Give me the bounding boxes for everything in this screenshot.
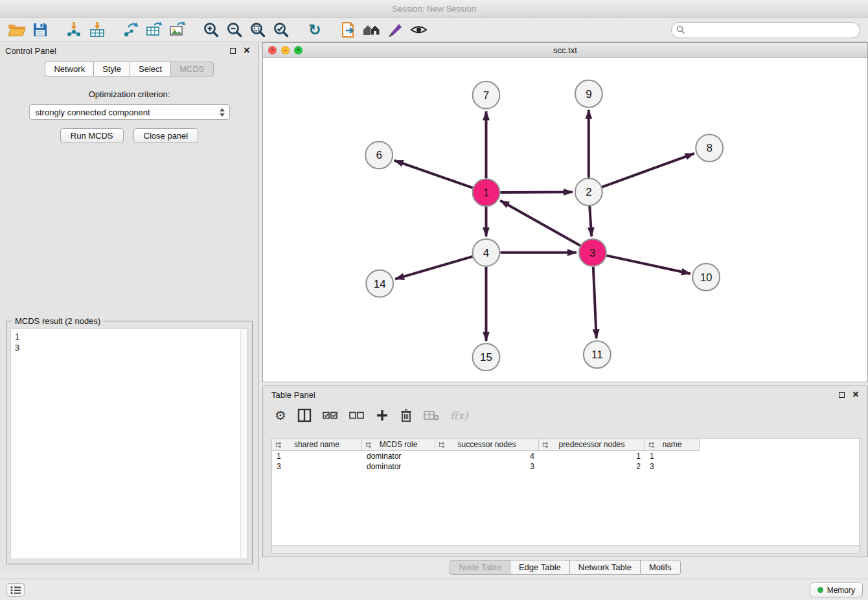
edge-3-1[interactable] <box>500 200 580 246</box>
import-network-icon[interactable] <box>62 19 86 40</box>
node-2[interactable]: 2 <box>575 178 602 205</box>
add-row-icon[interactable] <box>376 409 389 422</box>
column-header-mcds-role[interactable]: MCDS role <box>362 439 435 451</box>
import-table-icon[interactable] <box>86 19 109 40</box>
cell-name[interactable]: 3 <box>645 461 700 472</box>
svg-text:8: 8 <box>706 142 712 154</box>
sort-tree-icon <box>542 441 549 448</box>
minimize-window-icon[interactable]: – <box>281 46 290 54</box>
memory-button-label: Memory <box>827 586 855 595</box>
node-1[interactable]: 1 <box>473 179 500 206</box>
cell-predecessor-nodes[interactable]: 1 <box>539 451 645 461</box>
node-9[interactable]: 9 <box>575 80 602 108</box>
tab-select[interactable]: Select <box>130 62 171 76</box>
node-6[interactable]: 6 <box>365 141 393 168</box>
close-table-panel-icon[interactable]: × <box>851 389 861 400</box>
column-header-name[interactable]: name <box>645 439 700 451</box>
tab-network[interactable]: Network <box>45 62 94 76</box>
cell-shared-name[interactable]: 1 <box>272 451 362 461</box>
export-image-icon[interactable] <box>166 19 189 40</box>
edge-4-14[interactable] <box>395 257 472 279</box>
close-window-icon[interactable]: × <box>268 46 277 54</box>
gear-icon[interactable]: ⚙ <box>275 409 286 422</box>
table-row[interactable]: 3dominator323 <box>272 461 859 472</box>
table-horizontal-scrollbar[interactable] <box>271 545 860 554</box>
open-session-icon[interactable] <box>5 19 29 40</box>
control-panel-tabs: NetworkStyleSelectMCDS <box>0 62 258 76</box>
cell-mcds-role[interactable]: dominator <box>362 451 435 461</box>
edge-1-6[interactable] <box>394 161 473 188</box>
table-tab-network-table[interactable]: Network Table <box>569 560 641 575</box>
network-window-title: scc.txt <box>553 45 577 55</box>
export-network-icon[interactable] <box>119 19 143 40</box>
column-header-predecessor-nodes[interactable]: predecessor nodes <box>539 439 645 451</box>
close-panel-button[interactable]: Close panel <box>133 128 199 143</box>
svg-text:6: 6 <box>376 149 382 161</box>
search-input[interactable] <box>671 22 860 38</box>
node-4[interactable]: 4 <box>473 239 500 266</box>
node-14[interactable]: 14 <box>366 270 393 297</box>
export-table-icon[interactable] <box>143 19 166 40</box>
node-8[interactable]: 8 <box>696 135 723 162</box>
cell-predecessor-nodes[interactable]: 2 <box>539 461 645 472</box>
show-hide-icon[interactable] <box>407 19 430 40</box>
panel-menu-button[interactable] <box>6 583 25 597</box>
cell-name[interactable]: 1 <box>645 451 700 461</box>
svg-text:11: 11 <box>591 349 603 361</box>
optimization-criterion-label: Optimization criterion: <box>0 89 258 99</box>
result-scrollbar[interactable] <box>240 329 247 559</box>
maximize-window-icon[interactable]: + <box>294 46 303 54</box>
float-table-panel-icon[interactable] <box>836 389 847 400</box>
zoom-out-icon[interactable] <box>223 19 246 40</box>
delete-row-icon[interactable] <box>400 408 413 422</box>
table-row[interactable]: 1dominator411 <box>272 451 859 461</box>
sort-tree-icon <box>365 441 372 448</box>
node-10[interactable]: 10 <box>692 264 720 291</box>
memory-button[interactable]: Memory <box>810 583 863 597</box>
table-tab-node-table[interactable]: Node Table <box>450 560 510 575</box>
style-icon[interactable] <box>383 19 407 40</box>
close-panel-icon[interactable]: × <box>242 45 252 56</box>
cell-mcds-role[interactable]: dominator <box>362 461 435 472</box>
node-7[interactable]: 7 <box>473 82 500 109</box>
table-panel: Table Panel × ⚙ <box>262 386 868 557</box>
table-tab-motifs[interactable]: Motifs <box>640 560 681 575</box>
tab-mcds[interactable]: MCDS <box>170 62 213 76</box>
tab-style[interactable]: Style <box>93 62 130 76</box>
zoom-selected-icon[interactable] <box>269 19 293 40</box>
svg-text:7: 7 <box>483 89 489 102</box>
svg-text:9: 9 <box>586 88 591 100</box>
table-tab-edge-table[interactable]: Edge Table <box>510 560 570 575</box>
home-icon[interactable] <box>360 19 383 40</box>
float-panel-icon[interactable] <box>227 45 238 56</box>
node-15[interactable]: 15 <box>473 343 500 371</box>
edge-1-2[interactable] <box>500 192 573 192</box>
cell-successor-nodes[interactable]: 4 <box>435 451 539 461</box>
select-all-icon[interactable] <box>323 411 338 420</box>
zoom-in-icon[interactable] <box>200 19 223 40</box>
save-session-icon[interactable] <box>29 19 52 40</box>
edge-3-10[interactable] <box>606 255 691 273</box>
cell-successor-nodes[interactable]: 3 <box>435 461 539 472</box>
table-tabs: Node TableEdge TableNetwork TableMotifs <box>262 560 868 575</box>
edge-2-3[interactable] <box>589 206 591 237</box>
function-builder-icon[interactable]: f(x) <box>450 410 468 422</box>
network-window-titlebar[interactable]: × – + scc.txt <box>263 43 867 58</box>
refresh-view-icon[interactable]: ↻ <box>303 19 326 40</box>
edge-3-11[interactable] <box>593 267 597 339</box>
column-header-shared-name[interactable]: shared name <box>272 439 362 451</box>
cell-shared-name[interactable]: 3 <box>272 461 362 472</box>
deselect-all-icon[interactable] <box>349 411 365 420</box>
optimization-criterion-select[interactable]: strongly connected component <box>29 104 230 120</box>
column-selector-icon[interactable] <box>297 408 312 422</box>
open-report-icon[interactable] <box>337 19 360 40</box>
network-canvas[interactable]: 7968124314101511 <box>263 58 867 382</box>
delete-table-icon[interactable] <box>424 410 439 421</box>
node-11[interactable]: 11 <box>584 341 611 368</box>
node-3[interactable]: 3 <box>579 239 606 266</box>
edge-2-8[interactable] <box>602 154 694 187</box>
column-header-successor-nodes[interactable]: successor nodes <box>435 439 539 451</box>
node-table: shared nameMCDS rolesuccessor nodesprede… <box>271 438 860 545</box>
zoom-fit-icon[interactable] <box>246 19 269 40</box>
run-mcds-button[interactable]: Run MCDS <box>60 128 124 143</box>
